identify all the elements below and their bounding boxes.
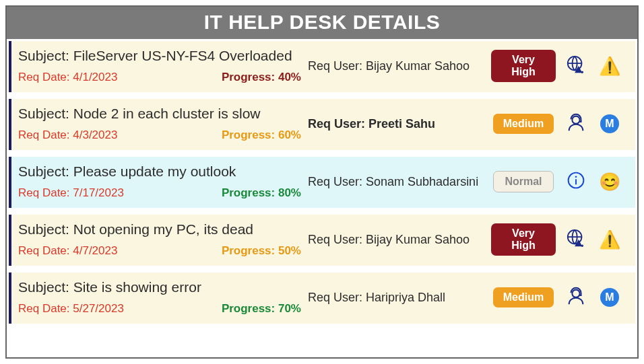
priority-badge[interactable]: Medium <box>493 114 554 134</box>
globe-alert-icon <box>566 54 586 77</box>
req-date: Req Date: 4/3/2023 <box>18 129 117 142</box>
svg-point-3 <box>572 116 579 124</box>
info-icon <box>567 171 585 192</box>
priority-col: Medium <box>491 287 556 307</box>
req-date: Req Date: 4/7/2023 <box>18 244 117 258</box>
status-icon-slot[interactable]: M <box>596 114 623 133</box>
ticket-meta-row: Req Date: 5/27/2023Progress: 70% <box>18 302 301 316</box>
status-icon-slot[interactable]: M <box>596 288 623 307</box>
smile-icon: 😊 <box>599 173 620 190</box>
page-title: IT HELP DESK DETAILS <box>7 7 637 39</box>
status-icon-slot[interactable]: ⚠️ <box>596 231 623 248</box>
req-user: Req User: Bijay Kumar Sahoo <box>308 233 484 247</box>
priority-badge[interactable]: Very High <box>491 223 556 256</box>
ticket-row[interactable]: Subject: Node 2 in each cluster is slowR… <box>9 99 635 150</box>
req-user: Req User: Bijay Kumar Sahoo <box>308 59 484 73</box>
svg-point-5 <box>575 176 577 178</box>
ticket-subject: Subject: Please update my outlook <box>18 163 301 180</box>
progress: Progress: 80% <box>222 186 301 200</box>
ticket-row[interactable]: Subject: Site is showing errorReq Date: … <box>9 272 635 324</box>
ticket-meta-row: Req Date: 7/17/2023Progress: 80% <box>18 186 301 200</box>
ticket-left: Subject: Site is showing errorReq Date: … <box>18 279 301 316</box>
ticket-subject: Subject: Site is showing error <box>18 279 301 295</box>
ticket-subject: Subject: Not opening my PC, its dead <box>18 221 301 238</box>
svg-point-10 <box>572 290 579 297</box>
category-icon-slot[interactable] <box>562 171 589 192</box>
letter-m-icon: M <box>600 114 619 133</box>
globe-alert-icon <box>566 228 586 251</box>
status-icon-slot[interactable]: 😊 <box>596 173 623 190</box>
progress: Progress: 70% <box>222 302 301 316</box>
category-icon-slot[interactable] <box>562 286 589 309</box>
priority-col: Very High <box>491 223 556 256</box>
ticket-subject: Subject: FileServer US-NY-FS4 Overloaded <box>18 48 301 64</box>
ticket-meta-row: Req Date: 4/1/2023Progress: 40% <box>18 71 301 84</box>
agent-icon <box>566 112 586 135</box>
ticket-left: Subject: Not opening my PC, its deadReq … <box>18 221 301 258</box>
ticket-left: Subject: FileServer US-NY-FS4 Overloaded… <box>18 48 301 84</box>
ticket-left: Subject: Please update my outlookReq Dat… <box>18 163 301 200</box>
ticket-meta-row: Req Date: 4/3/2023Progress: 60% <box>18 129 301 142</box>
req-user: Req User: Haripriya Dhall <box>308 291 484 305</box>
req-date: Req Date: 4/1/2023 <box>18 71 117 84</box>
ticket-subject: Subject: Node 2 in each cluster is slow <box>18 106 301 122</box>
app-window: IT HELP DESK DETAILS Subject: FileServer… <box>5 5 639 359</box>
ticket-row[interactable]: Subject: Please update my outlookReq Dat… <box>9 157 635 208</box>
req-date: Req Date: 5/27/2023 <box>18 302 124 316</box>
ticket-meta-row: Req Date: 4/7/2023Progress: 50% <box>18 244 301 258</box>
progress: Progress: 50% <box>222 244 301 258</box>
priority-col: Normal <box>491 171 556 192</box>
priority-col: Very High <box>491 50 556 82</box>
svg-point-2 <box>582 72 583 73</box>
agent-icon <box>566 286 586 309</box>
ticket-left: Subject: Node 2 in each cluster is slowR… <box>18 106 301 142</box>
warning-icon: ⚠️ <box>599 231 620 248</box>
progress: Progress: 40% <box>222 71 301 84</box>
status-icon-slot[interactable]: ⚠️ <box>596 57 623 75</box>
warning-icon: ⚠️ <box>599 57 620 75</box>
letter-m-icon: M <box>600 288 619 307</box>
priority-badge[interactable]: Medium <box>493 287 554 307</box>
category-icon-slot[interactable] <box>562 112 589 135</box>
svg-point-9 <box>582 246 583 247</box>
ticket-list[interactable]: Subject: FileServer US-NY-FS4 Overloaded… <box>7 39 637 357</box>
priority-badge[interactable]: Normal <box>493 171 554 192</box>
progress: Progress: 60% <box>222 129 301 142</box>
category-icon-slot[interactable] <box>562 54 589 77</box>
req-user: Req User: Sonam Subhadarsini <box>308 175 484 189</box>
req-user: Req User: Preeti Sahu <box>308 117 484 131</box>
ticket-row[interactable]: Subject: Not opening my PC, its deadReq … <box>9 215 635 266</box>
priority-badge[interactable]: Very High <box>491 50 556 82</box>
req-date: Req Date: 7/17/2023 <box>18 186 124 200</box>
ticket-row[interactable]: Subject: FileServer US-NY-FS4 Overloaded… <box>9 41 635 92</box>
category-icon-slot[interactable] <box>562 228 589 251</box>
priority-col: Medium <box>491 114 556 134</box>
